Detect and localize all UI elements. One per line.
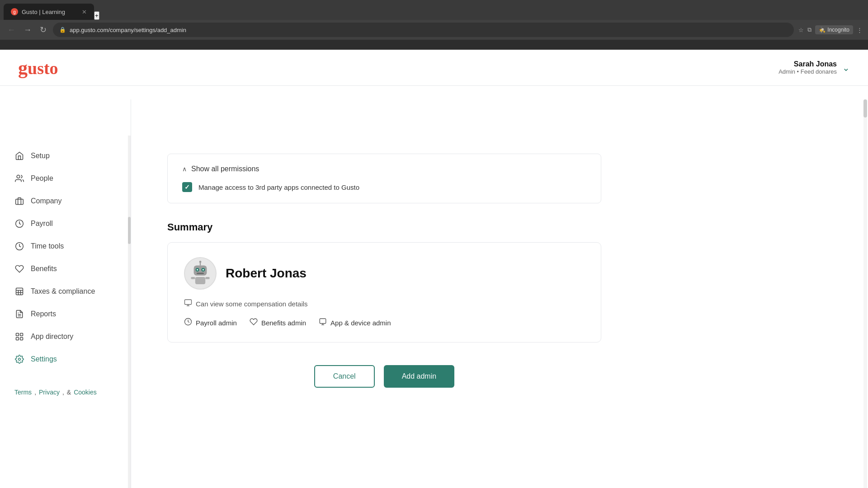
- sidebar-item-benefits-label: Benefits: [31, 265, 57, 273]
- app-container: Setup People: [0, 99, 868, 488]
- role-label-device: App & device admin: [330, 319, 391, 327]
- active-tab[interactable]: g Gusto | Learning ✕: [4, 4, 94, 20]
- settings-icon: [14, 354, 24, 364]
- sidebar-item-settings[interactable]: Settings: [0, 348, 131, 371]
- sidebar-item-benefits[interactable]: Benefits: [0, 258, 131, 280]
- sidebar: Setup People: [0, 99, 131, 488]
- people-icon: [14, 174, 24, 183]
- summary-section: Summary: [167, 221, 601, 343]
- user-name: Sarah Jonas: [778, 60, 837, 68]
- person-detail-text: Can view some compensation details: [196, 300, 308, 308]
- footer-separator-2: ,: [62, 389, 64, 396]
- tab-close-button[interactable]: ✕: [82, 9, 87, 15]
- svg-point-21: [203, 269, 204, 270]
- sidebar-item-people-label: People: [31, 174, 53, 183]
- svg-point-15: [19, 358, 21, 361]
- gusto-logo: gusto: [18, 57, 58, 79]
- user-menu-dropdown[interactable]: ⌄: [842, 62, 850, 73]
- company-icon: [14, 196, 24, 206]
- device-role-icon: [319, 318, 327, 328]
- browser-toolbar: ← → ↻ 🔒 app.gusto.com/company/settings/a…: [0, 20, 868, 40]
- browser-tabs: g Gusto | Learning ✕ +: [0, 0, 868, 20]
- svg-rect-22: [197, 272, 204, 274]
- permission-text-0: Manage access to 3rd party apps connecte…: [198, 183, 359, 191]
- chevron-up-icon: ∧: [182, 165, 187, 173]
- sidebar-item-app-directory[interactable]: App directory: [0, 325, 131, 348]
- sidebar-item-people[interactable]: People: [0, 167, 131, 190]
- sidebar-nav: Setup People: [0, 136, 131, 380]
- summary-card: Robert Jonas Can view some compensation …: [167, 242, 601, 343]
- cookies-link[interactable]: Cookies: [74, 389, 97, 396]
- summary-title: Summary: [167, 221, 601, 233]
- sidebar-item-taxes-label: Taxes & compliance: [31, 287, 95, 296]
- forward-button[interactable]: →: [22, 23, 33, 37]
- footer-links: Terms , Privacy , & Cookies: [0, 380, 131, 405]
- cancel-button[interactable]: Cancel: [314, 365, 375, 388]
- sidebar-item-payroll-label: Payroll: [31, 220, 53, 228]
- sidebar-item-time-tools-label: Time tools: [31, 242, 64, 250]
- sidebar-item-reports[interactable]: Reports: [0, 303, 131, 325]
- heart-icon: [14, 264, 24, 274]
- back-button[interactable]: ←: [5, 23, 17, 37]
- browser-chrome: g Gusto | Learning ✕ + ← → ↻ 🔒 app.gusto…: [0, 0, 868, 50]
- payroll-icon: [14, 219, 24, 229]
- add-admin-button[interactable]: Add admin: [384, 365, 455, 388]
- apps-icon: [14, 332, 24, 342]
- role-label-payroll: Payroll admin: [196, 319, 237, 327]
- app-header: gusto Sarah Jonas Admin • Feed donares ⌄: [0, 50, 868, 86]
- sidebar-item-company-label: Company: [31, 197, 61, 205]
- role-item-benefits: Benefits admin: [250, 318, 306, 328]
- footer-separator-1: ,: [34, 389, 36, 396]
- sidebar-item-time-tools[interactable]: Time tools: [0, 235, 131, 258]
- svg-rect-13: [16, 338, 19, 340]
- svg-rect-12: [20, 333, 23, 336]
- main-scroll-track: [863, 99, 867, 488]
- svg-point-20: [197, 269, 198, 270]
- svg-rect-14: [20, 338, 23, 340]
- svg-rect-32: [320, 319, 326, 324]
- svg-rect-4: [16, 288, 23, 295]
- privacy-link[interactable]: Privacy: [39, 389, 60, 396]
- sidebar-scroll-thumb: [128, 217, 131, 244]
- sidebar-item-payroll[interactable]: Payroll: [0, 212, 131, 235]
- svg-point-24: [199, 261, 202, 263]
- heart-role-icon: [250, 318, 258, 328]
- address-bar[interactable]: 🔒 app.gusto.com/company/settings/add_adm…: [53, 23, 794, 37]
- payroll-role-icon: [184, 318, 192, 328]
- sidebar-item-taxes[interactable]: Taxes & compliance: [0, 280, 131, 303]
- permissions-section: ∧ Show all permissions Manage access to …: [167, 154, 601, 203]
- role-item-device: App & device admin: [319, 318, 391, 328]
- sidebar-item-settings-label: Settings: [31, 355, 57, 363]
- main-content: ∧ Show all permissions Manage access to …: [131, 99, 868, 488]
- svg-rect-27: [205, 277, 210, 279]
- roles-row: Payroll admin Benefits admin: [184, 318, 585, 328]
- permission-item-0: Manage access to 3rd party apps connecte…: [182, 182, 586, 192]
- svg-rect-1: [16, 199, 24, 205]
- user-info: Sarah Jonas Admin • Feed donares: [778, 60, 837, 75]
- content-area: ∧ Show all permissions Manage access to …: [131, 136, 628, 415]
- new-tab-button[interactable]: +: [94, 11, 99, 20]
- toolbar-right: ☆ ⧉ 🕵 Incognito ⋮: [798, 25, 863, 34]
- main-scroll-thumb: [863, 99, 867, 117]
- tab-favicon: g: [11, 8, 18, 15]
- person-row: Robert Jonas: [184, 257, 585, 290]
- clock-icon: [14, 241, 24, 251]
- sidebar-item-app-directory-label: App directory: [31, 333, 73, 341]
- permission-checkbox-0[interactable]: [182, 182, 192, 192]
- show-permissions-toggle[interactable]: ∧ Show all permissions: [182, 165, 586, 173]
- role-label-benefits: Benefits admin: [261, 319, 306, 327]
- terms-link[interactable]: Terms: [14, 389, 32, 396]
- menu-button[interactable]: ⋮: [857, 27, 863, 33]
- user-role: Admin • Feed donares: [778, 68, 837, 75]
- bookmark-icon[interactable]: ☆: [798, 27, 804, 33]
- incognito-label: Incognito: [827, 27, 849, 33]
- sidebar-item-setup[interactable]: Setup: [0, 145, 131, 167]
- taxes-icon: [14, 286, 24, 296]
- sidebar-item-reports-label: Reports: [31, 310, 56, 318]
- svg-rect-25: [195, 277, 205, 284]
- svg-point-0: [17, 175, 20, 178]
- reload-button[interactable]: ↻: [38, 23, 48, 37]
- split-screen-icon[interactable]: ⧉: [807, 26, 811, 33]
- sidebar-item-company[interactable]: Company: [0, 190, 131, 212]
- lock-icon: 🔒: [59, 27, 66, 33]
